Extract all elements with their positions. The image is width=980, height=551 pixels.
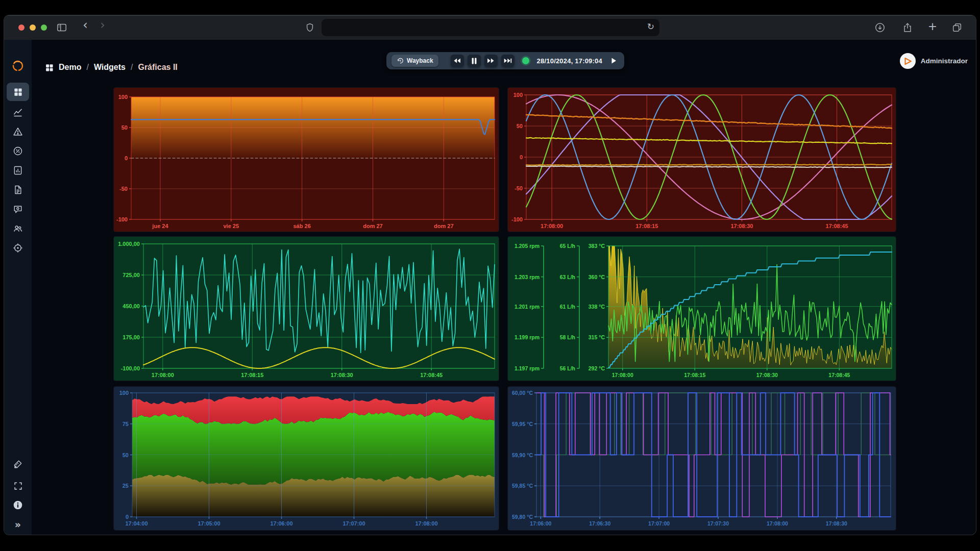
- svg-text:-50: -50: [514, 185, 523, 191]
- svg-text:17:08:45: 17:08:45: [826, 223, 848, 229]
- sidebar-item-users[interactable]: [4, 219, 32, 238]
- close-window-button[interactable]: [18, 24, 24, 31]
- svg-text:jue 24: jue 24: [152, 223, 168, 229]
- sidebar-item-info[interactable]: [4, 496, 32, 514]
- svg-text:17:05:00: 17:05:00: [198, 520, 220, 527]
- svg-text:100: 100: [118, 94, 128, 100]
- user-name: Administrador: [921, 57, 968, 65]
- wayback-control-bar: Wayback 28/10/2024, 17:09:04: [386, 52, 624, 69]
- sidebar-item-percent[interactable]: [4, 142, 32, 160]
- user-menu[interactable]: Administrador: [900, 53, 968, 69]
- svg-text:59,85 °C: 59,85 °C: [512, 483, 533, 489]
- address-input[interactable]: [322, 24, 659, 32]
- sidebar-item-charts[interactable]: [4, 103, 32, 121]
- svg-text:-100: -100: [116, 216, 128, 222]
- app-logo[interactable]: [11, 58, 25, 72]
- address-bar[interactable]: ↻: [322, 19, 659, 36]
- user-logo-icon: [903, 57, 912, 66]
- sidebar-item-comments[interactable]: [4, 200, 32, 218]
- svg-text:17:08:15: 17:08:15: [684, 372, 705, 378]
- svg-text:1.199 rpm: 1.199 rpm: [514, 334, 540, 340]
- new-tab-icon[interactable]: +: [927, 20, 938, 32]
- gradient-area-chart: 100500-50-100jue 24vie 25sáb 26dom 27dom…: [114, 88, 499, 232]
- svg-text:292 °C: 292 °C: [589, 365, 605, 371]
- play-button[interactable]: [611, 58, 617, 64]
- chart-panel-multi-axis[interactable]: 383 °C360 °C338 °C315 °C292 °C17:08:0017…: [507, 236, 896, 381]
- svg-text:383 °C: 383 °C: [589, 243, 605, 249]
- chart-panel-noise-line[interactable]: 1.000,00725,00450,00175,00-100,0017:08:0…: [113, 236, 499, 381]
- dashboard-app: » Demo / Widgets / Gráficas II: [4, 40, 976, 535]
- downloads-icon[interactable]: [874, 22, 886, 33]
- svg-text:100: 100: [119, 390, 129, 396]
- svg-text:100: 100: [513, 92, 523, 98]
- pause-button[interactable]: [468, 55, 481, 67]
- svg-text:61 L/h: 61 L/h: [560, 304, 575, 310]
- chart-panel-sine-lines[interactable]: 100500-50-10017:08:0017:08:1517:08:3017:…: [507, 87, 896, 232]
- browser-toolbar: ‹ › ↻ +: [4, 15, 976, 40]
- svg-text:59,80 °C: 59,80 °C: [512, 514, 533, 520]
- svg-text:63 L/h: 63 L/h: [560, 274, 575, 280]
- svg-text:17:08:30: 17:08:30: [756, 372, 778, 378]
- svg-text:315 °C: 315 °C: [589, 334, 605, 340]
- svg-text:59,95 °C: 59,95 °C: [512, 421, 533, 427]
- svg-text:0: 0: [126, 514, 129, 520]
- breadcrumb-current-page: Gráficas II: [138, 63, 177, 72]
- sidebar-toggle-icon[interactable]: [56, 22, 67, 33]
- svg-text:sáb 26: sáb 26: [293, 223, 311, 229]
- svg-text:17:08:00: 17:08:00: [767, 520, 788, 527]
- sidebar-item-fullscreen[interactable]: [4, 477, 32, 495]
- wayback-timestamp[interactable]: 28/10/2024, 17:09:04: [537, 57, 602, 65]
- back-icon[interactable]: ‹: [80, 19, 91, 31]
- forward-icon[interactable]: ›: [97, 19, 108, 31]
- svg-text:0: 0: [125, 155, 128, 161]
- breadcrumb-demo[interactable]: Demo: [59, 63, 81, 72]
- svg-text:17:06:00: 17:06:00: [270, 520, 292, 527]
- svg-text:17:08:45: 17:08:45: [828, 372, 850, 378]
- avatar: [900, 53, 916, 69]
- svg-text:17:07:00: 17:07:00: [648, 520, 670, 527]
- sidebar: »: [4, 40, 32, 535]
- svg-text:725,00: 725,00: [122, 272, 140, 278]
- svg-text:-50: -50: [119, 186, 128, 192]
- svg-text:1.000,00: 1.000,00: [118, 241, 140, 247]
- breadcrumb-widgets[interactable]: Widgets: [94, 63, 126, 72]
- svg-text:17:08:15: 17:08:15: [635, 223, 658, 229]
- minimize-window-button[interactable]: [30, 24, 36, 31]
- reload-icon[interactable]: ↻: [647, 21, 654, 32]
- sidebar-item-alarms[interactable]: [4, 122, 32, 141]
- privacy-shield-icon[interactable]: [304, 22, 315, 33]
- svg-text:17:06:30: 17:06:30: [589, 520, 610, 527]
- share-icon[interactable]: [902, 22, 913, 33]
- live-status-indicator: [522, 57, 529, 64]
- svg-text:17:08:00: 17:08:00: [541, 223, 563, 229]
- svg-text:17:08:30: 17:08:30: [331, 372, 353, 378]
- svg-text:17:08:30: 17:08:30: [730, 223, 753, 229]
- rewind-button[interactable]: [451, 55, 464, 67]
- svg-text:17:08:00: 17:08:00: [415, 520, 437, 527]
- multi-axis-chart: 383 °C360 °C338 °C315 °C292 °C17:08:0017…: [508, 237, 896, 381]
- svg-text:17:06:00: 17:06:00: [530, 520, 551, 527]
- browser-window: ‹ › ↻ +: [4, 15, 976, 535]
- chart-panel-square-waves[interactable]: 60,00 °C59,95 °C59,90 °C59,85 °C59,80 °C…: [507, 386, 896, 531]
- svg-text:56 L/h: 56 L/h: [560, 365, 575, 371]
- sidebar-expand-icon[interactable]: »: [4, 515, 32, 534]
- chart-panel-stacked-area[interactable]: 100755025017:04:0017:05:0017:06:0017:07:…: [113, 386, 499, 531]
- skip-to-end-button[interactable]: [501, 55, 514, 67]
- tab-overview-icon[interactable]: [951, 22, 963, 33]
- wayback-button[interactable]: Wayback: [391, 55, 438, 67]
- svg-text:65 L/h: 65 L/h: [560, 243, 575, 249]
- svg-text:17:08:15: 17:08:15: [241, 372, 263, 378]
- sidebar-item-targets[interactable]: [4, 239, 32, 257]
- sidebar-item-reports[interactable]: [4, 161, 32, 180]
- noise-line-chart: 1.000,00725,00450,00175,00-100,0017:08:0…: [114, 237, 499, 381]
- svg-text:50: 50: [121, 124, 128, 131]
- chart-panel-gradient-area[interactable]: 100500-50-100jue 24vie 25sáb 26dom 27dom…: [113, 87, 499, 232]
- svg-text:-100,00: -100,00: [121, 365, 140, 371]
- zoom-window-button[interactable]: [41, 24, 47, 31]
- sidebar-item-appearance[interactable]: [4, 455, 32, 473]
- svg-text:450,00: 450,00: [122, 303, 140, 309]
- svg-text:58 L/h: 58 L/h: [560, 334, 575, 340]
- sidebar-item-dashboards[interactable]: [4, 83, 32, 101]
- fast-forward-button[interactable]: [484, 55, 498, 67]
- sidebar-item-documents[interactable]: [4, 181, 32, 199]
